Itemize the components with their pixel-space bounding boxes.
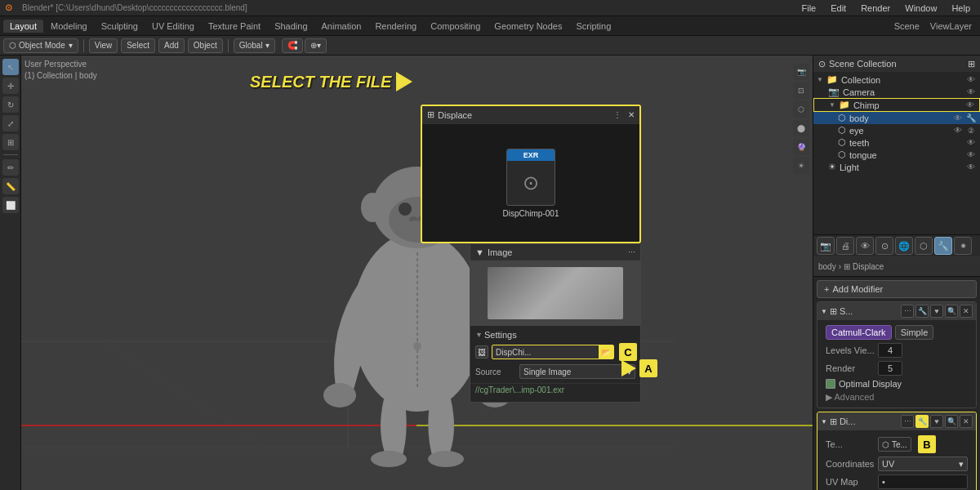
tool-transform[interactable]: ⊞: [2, 134, 19, 150]
tab-texture-paint[interactable]: Texture Paint: [202, 20, 267, 33]
displace-action-3[interactable]: ♥: [930, 415, 943, 428]
tab-scripting[interactable]: Scripting: [569, 20, 617, 33]
panel-close[interactable]: ✕: [628, 110, 635, 119]
menu-window[interactable]: Window: [900, 2, 942, 14]
add-menu[interactable]: Add: [158, 38, 185, 53]
tool-move[interactable]: ✛: [2, 78, 19, 94]
texture-button[interactable]: ⬡ Te...: [878, 437, 911, 452]
eye-icon-camera[interactable]: 👁: [965, 87, 977, 96]
tab-rendering[interactable]: Rendering: [368, 20, 423, 33]
coords-dropdown[interactable]: UV ▾: [878, 457, 968, 471]
props-icon-world[interactable]: 🌐: [895, 237, 913, 255]
tree-item-eye[interactable]: ⬡ eye 👁 ②: [813, 124, 980, 136]
eye-icon-body[interactable]: 👁: [952, 114, 964, 122]
eye-icon-chimp[interactable]: 👁: [964, 100, 976, 109]
perspective-label: User Perspective: [24, 59, 97, 70]
menu-edit[interactable]: Edit: [826, 2, 851, 14]
simple-btn[interactable]: Simple: [895, 325, 934, 340]
select-menu[interactable]: Select: [121, 38, 155, 53]
vp-rendered[interactable]: ☀: [793, 158, 809, 174]
tongue-row-icons: 👁: [965, 150, 977, 159]
props-icon-particles[interactable]: ⁕: [954, 237, 972, 255]
displace-action-4[interactable]: 🔍: [945, 415, 958, 428]
render-value[interactable]: 5: [878, 361, 902, 376]
img-panel-dots[interactable]: ⋯: [628, 248, 635, 256]
props-icon-modifier[interactable]: 🔧: [934, 237, 952, 255]
transform-pivot-btn[interactable]: ⊕▾: [305, 38, 327, 53]
menu-render[interactable]: Render: [856, 2, 895, 14]
optimal-display-checkbox[interactable]: [826, 379, 835, 389]
tree-item-light[interactable]: ☀ Light 👁: [813, 161, 980, 173]
props-icon-view[interactable]: 👁: [856, 237, 874, 255]
scene-filter-icon[interactable]: ⊞: [968, 59, 975, 69]
object-mode-icon: ⬡: [9, 41, 16, 50]
props-icon-scene[interactable]: ⊙: [875, 237, 893, 255]
tab-sculpting[interactable]: Sculpting: [95, 20, 145, 33]
transform-dropdown[interactable]: Global▾: [234, 38, 275, 53]
props-icon-output[interactable]: 🖨: [836, 237, 854, 255]
add-modifier-button[interactable]: + Add Modifier: [817, 280, 977, 298]
object-mode-dropdown[interactable]: ⬡ Object Mode ▾: [3, 38, 78, 53]
displace-mod-icon: ⊞: [830, 416, 837, 427]
tab-shading[interactable]: Shading: [268, 20, 314, 33]
subd-action-4[interactable]: 🔍: [945, 305, 958, 318]
vp-perspective[interactable]: ⊡: [793, 82, 809, 99]
img-icon-btn[interactable]: 🖼: [475, 345, 488, 359]
menu-help[interactable]: Help: [947, 2, 975, 14]
uv-map-value[interactable]: •: [878, 474, 968, 489]
props-icon-render[interactable]: 📷: [817, 237, 835, 255]
source-value[interactable]: Single Image ▾: [519, 364, 635, 379]
img-open-btn[interactable]: 📂: [599, 345, 613, 359]
vp-solid[interactable]: ⬤: [793, 120, 809, 136]
tool-scale[interactable]: ⤢: [2, 115, 19, 131]
object-menu[interactable]: Object: [188, 38, 223, 53]
subd-action-1[interactable]: ⋯: [901, 305, 914, 318]
props-icon-object[interactable]: ⬡: [915, 237, 933, 255]
tab-animation[interactable]: Animation: [315, 20, 368, 33]
tool-rotate[interactable]: ↻: [2, 96, 19, 113]
eye-icon-eye[interactable]: 👁: [952, 126, 964, 135]
menu-file[interactable]: File: [796, 2, 821, 14]
camera-icon: 📷: [828, 87, 840, 97]
tab-uv-editing[interactable]: UV Editing: [145, 20, 201, 33]
tab-modeling[interactable]: Modeling: [44, 20, 94, 33]
tree-item-body[interactable]: ⬡ body 👁 🔧: [813, 112, 980, 124]
body-label: body: [849, 114, 869, 123]
displace-action-5[interactable]: ✕: [960, 415, 973, 428]
vp-wireframe[interactable]: ⬡: [793, 101, 809, 118]
advanced-toggle[interactable]: ▶ Advanced: [821, 390, 973, 404]
panel-options[interactable]: ⋮: [613, 110, 621, 119]
displace-action-2[interactable]: 🔧: [915, 415, 929, 428]
tree-item-teeth[interactable]: ⬡ teeth 👁: [813, 136, 980, 149]
eye-icon-light[interactable]: 👁: [965, 163, 977, 172]
tree-item-camera[interactable]: 📷 Camera 👁: [813, 86, 980, 98]
tool-add-cube[interactable]: ⬜: [2, 197, 19, 213]
subd-action-3[interactable]: ♥: [930, 305, 943, 318]
catmull-clark-btn[interactable]: Catmull-Clark: [826, 325, 892, 340]
tool-measure[interactable]: 📏: [2, 178, 19, 194]
tool-select[interactable]: ↖: [2, 59, 19, 75]
displace-action-1[interactable]: ⋯: [901, 415, 914, 428]
img-name-field[interactable]: DispChi... 📂: [492, 345, 614, 359]
eye-icon-collection[interactable]: 👁: [965, 75, 977, 84]
tab-geometry-nodes[interactable]: Geometry Nodes: [488, 20, 568, 33]
tab-compositing[interactable]: Compositing: [424, 20, 487, 33]
subd-action-2[interactable]: 🔧: [915, 305, 929, 318]
tool-annotate[interactable]: ✏: [2, 159, 19, 176]
tree-item-tongue[interactable]: ⬡ tongue 👁: [813, 149, 980, 161]
vp-camera-view[interactable]: 📷: [793, 64, 809, 80]
magnet-btn[interactable]: 🧲: [282, 38, 303, 53]
tree-item-collection[interactable]: ▼ 📁 Collection 👁: [813, 74, 980, 86]
props-breadcrumb-bar: body › ⊞ Displace: [813, 257, 980, 277]
levels-value[interactable]: 4: [878, 343, 902, 358]
vp-material[interactable]: 🔮: [793, 139, 809, 155]
tab-layout[interactable]: Layout: [3, 20, 43, 33]
exr-file-icon[interactable]: EXR ⊙: [506, 149, 555, 206]
menu-blender[interactable]: Blender* [C:\Users\dhund\Desktop\ccccccc…: [17, 2, 252, 13]
eye-icon-teeth[interactable]: 👁: [965, 138, 977, 147]
eye-icon-tongue[interactable]: 👁: [965, 150, 977, 159]
view-menu[interactable]: View: [89, 38, 118, 53]
tree-item-chimp[interactable]: ▼ 📁 Chimp 👁: [813, 98, 980, 112]
subd-action-5[interactable]: ✕: [960, 305, 973, 318]
viewport[interactable]: User Perspective (1) Collection | body S…: [21, 56, 813, 490]
